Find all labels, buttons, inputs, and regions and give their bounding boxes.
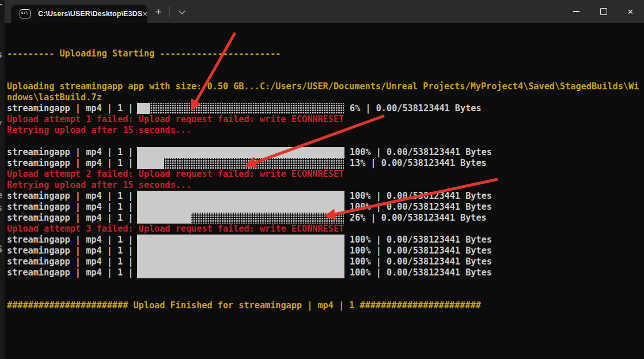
cmd-prompt-icon: c:\	[20, 9, 31, 18]
sliver-glyph-fragment: S	[0, 244, 2, 255]
new-tab-button[interactable]: +	[149, 4, 168, 20]
minimize-line-icon	[573, 11, 579, 12]
progress-row: streamingapp | mp4 | 1 |100% | 0.00/5381…	[5, 147, 644, 158]
progress-row-status: 13% | 0.00/538123441 Bytes	[350, 158, 487, 169]
cmd-icon-text: c:\	[21, 10, 28, 15]
titlebar[interactable]: c:\ C:\Users\USER\Desktop\E3DS ✕ + ✕	[5, 0, 644, 23]
progress-bar	[137, 103, 344, 114]
sliver-glyph-fragment: e	[0, 190, 2, 201]
upload-info-line: Uploading streamingapp app with size: 0.…	[7, 81, 639, 92]
progress-bar-fill	[137, 202, 344, 213]
progress-bar-fill	[137, 158, 164, 169]
progress-row: streamingapp | mp4 | 1 |100% | 0.00/5381…	[5, 202, 644, 213]
progress-row-label: streamingapp | mp4 | 1 |	[7, 256, 133, 267]
progress-row-status: 100% | 0.00/538123441 Bytes	[350, 245, 492, 256]
progress-bar	[137, 256, 344, 267]
progress-row: streamingapp | mp4 | 1 |100% | 0.00/5381…	[5, 191, 644, 202]
maximize-box-icon	[600, 8, 607, 15]
upload-error-line: Upload attempt 1 failed: Upload request …	[7, 114, 344, 125]
progress-bar	[137, 245, 344, 256]
upload-start-banner: --------- Uploading Starting -----------…	[7, 48, 281, 59]
progress-row-label: streamingapp | mp4 | 1 |	[7, 235, 133, 245]
sliver-glyph-fragment: s	[0, 203, 2, 213]
progress-row: streamingapp | mp4 | 1 |13% | 0.00/53812…	[5, 158, 644, 169]
window-controls: ✕	[563, 0, 644, 23]
progress-bar-fill	[137, 267, 344, 278]
terminal-line: Retrying upload after 15 seconds...	[5, 125, 644, 136]
progress-row: streamingapp | mp4 | 1 |100% | 0.00/5381…	[5, 267, 644, 278]
progress-bar	[137, 213, 344, 224]
progress-row-label: streamingapp | mp4 | 1 |	[7, 147, 133, 158]
sliver-glyph-fragment: ▌	[0, 295, 2, 305]
tab-terminal[interactable]: c:\ C:\Users\USER\Desktop\E3DS ✕	[11, 5, 147, 23]
progress-row-status: 100% | 0.00/538123441 Bytes	[350, 202, 492, 213]
upload-finished-banner: ####################### Upload Finished …	[7, 300, 481, 311]
terminal-line: ####################### Upload Finished …	[5, 300, 644, 311]
minimize-button[interactable]	[563, 0, 590, 23]
progress-bar-fill	[137, 256, 344, 267]
progress-row-label: streamingapp | mp4 | 1 |	[7, 158, 133, 169]
progress-row-label: streamingapp | mp4 | 1 |	[7, 103, 133, 114]
tab-title: C:\Users\USER\Desktop\E3DS	[38, 10, 142, 18]
progress-row-status: 100% | 0.00/538123441 Bytes	[350, 256, 492, 267]
progress-bar-fill	[137, 103, 150, 114]
progress-bar-fill	[137, 235, 344, 245]
terminal-line: --------- Uploading Starting -----------…	[5, 48, 644, 59]
progress-row-label: streamingapp | mp4 | 1 |	[7, 213, 133, 224]
sliver-glyph-fragment: /	[0, 120, 2, 130]
progress-bar-fill	[137, 213, 191, 224]
terminal-output[interactable]: --------- Uploading Starting -----------…	[5, 23, 644, 359]
progress-bar	[137, 202, 344, 213]
progress-row-label: streamingapp | mp4 | 1 |	[7, 245, 133, 256]
progress-bar	[137, 158, 344, 169]
progress-row-status: 100% | 0.00/538123441 Bytes	[350, 191, 492, 202]
progress-row-status: 100% | 0.00/538123441 Bytes	[350, 147, 492, 158]
terminal-window: rs/esS▌ c:\ C:\Users\USER\Desktop\E3DS ✕…	[0, 0, 644, 359]
progress-bar-fill	[137, 147, 344, 158]
upload-error-line: Upload attempt 2 failed: Upload request …	[7, 169, 344, 180]
terminal-line: Upload attempt 1 failed: Upload request …	[5, 114, 644, 125]
progress-row-status: 26% | 0.00/538123441 Bytes	[350, 213, 487, 224]
upload-retry-line: Retrying upload after 15 seconds...	[7, 180, 191, 191]
chevron-down-icon	[179, 7, 185, 14]
close-button[interactable]: ✕	[617, 0, 644, 23]
progress-row: streamingapp | mp4 | 1 |100% | 0.00/5381…	[5, 256, 644, 267]
upload-retry-line: Retrying upload after 15 seconds...	[7, 125, 191, 136]
terminal-line: Upload attempt 3 failed: Upload request …	[5, 224, 644, 235]
progress-row: streamingapp | mp4 | 1 |100% | 0.00/5381…	[5, 235, 644, 245]
progress-row-status: 6% | 0.00/538123441 Bytes	[350, 103, 482, 114]
progress-row-label: streamingapp | mp4 | 1 |	[7, 191, 133, 202]
tab-dropdown-button[interactable]	[173, 4, 191, 20]
progress-bar	[137, 267, 344, 278]
progress-bar-fill	[137, 245, 344, 256]
sliver-glyph-fragment: s	[0, 50, 2, 60]
tab-close-icon[interactable]: ✕	[142, 9, 147, 19]
progress-bar	[137, 235, 344, 245]
terminal-line: Retrying upload after 15 seconds...	[5, 180, 644, 191]
upload-error-line: Upload attempt 3 failed: Upload request …	[7, 224, 344, 235]
progress-bar	[137, 191, 344, 202]
terminal-line: ndows\lastBuild.7z	[5, 92, 644, 103]
maximize-button[interactable]	[590, 0, 617, 23]
upload-info-line: ndows\lastBuild.7z	[7, 92, 102, 103]
progress-bar	[137, 147, 344, 158]
progress-row-label: streamingapp | mp4 | 1 |	[7, 202, 133, 213]
progress-bar-fill	[137, 191, 344, 202]
sliver-glyph-fragment: r	[0, 1, 2, 12]
tab-bar-separator	[169, 6, 170, 17]
progress-row-status: 100% | 0.00/538123441 Bytes	[350, 267, 492, 278]
progress-row: streamingapp | mp4 | 1 |26% | 0.00/53812…	[5, 213, 644, 224]
background-window-sliver: rs/esS▌	[0, 0, 5, 359]
terminal-line: Uploading streamingapp app with size: 0.…	[5, 81, 644, 92]
progress-row-status: 100% | 0.00/538123441 Bytes	[350, 235, 492, 245]
progress-row-label: streamingapp | mp4 | 1 |	[7, 267, 133, 278]
progress-row: streamingapp | mp4 | 1 |100% | 0.00/5381…	[5, 245, 644, 256]
terminal-line: Upload attempt 2 failed: Upload request …	[5, 169, 644, 180]
progress-row: streamingapp | mp4 | 1 |6% | 0.00/538123…	[5, 103, 644, 114]
